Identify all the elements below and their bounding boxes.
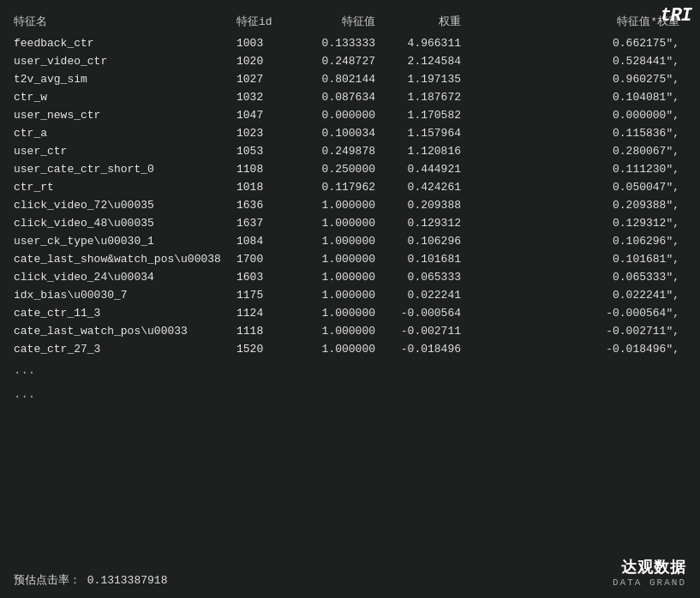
cell-id: 1108 [236,160,288,178]
cell-val: 0.000000 [288,106,382,124]
prediction-section: 预估点击率： 0.1313387918 [14,572,167,588]
cell-val: 0.117962 [288,178,382,196]
cell-weight: 1.170582 [382,106,468,124]
cell-val: 0.248727 [288,52,382,70]
col-header-val: 特征值 [288,10,382,34]
cell-val: 1.000000 [288,214,382,232]
cell-val: 1.000000 [288,196,382,214]
cell-id: 1124 [236,304,288,322]
table-row: cate_last_watch_pos\u00033 1118 1.000000… [14,322,686,340]
dots-cell: ... [14,358,686,382]
cell-name: cate_last_show&watch_pos\u00038 [14,250,236,268]
cell-id: 1053 [236,142,288,160]
table-row: click_video_72\u00035 1636 1.000000 0.20… [14,196,686,214]
cell-product: 0.528441", [468,52,686,70]
cell-name: user_video_ctr [14,52,236,70]
cell-val: 1.000000 [288,232,382,250]
cell-product: 0.209388", [468,196,686,214]
feature-table: 特征名 特征id 特征值 权重 特征值*权重 feedback_ctr 1003… [14,10,686,406]
cell-name: t2v_avg_sim [14,70,236,88]
cell-product: 0.960275", [468,70,686,88]
table-row: ctr_w 1032 0.087634 1.187672 0.104081", [14,88,686,106]
dots-cell: ... [14,382,686,406]
table-row: cate_ctr_27_3 1520 1.000000 -0.018496 -0… [14,340,686,358]
cell-val: 1.000000 [288,340,382,358]
cell-id: 1175 [236,286,288,304]
cell-name: user_news_ctr [14,106,236,124]
cell-name: ctr_rt [14,178,236,196]
cell-val: 1.000000 [288,322,382,340]
dots-row: ... [14,358,686,382]
cell-val: 1.000000 [288,304,382,322]
cell-name: click_video_48\u00035 [14,214,236,232]
cell-id: 1027 [236,70,288,88]
cell-id: 1047 [236,106,288,124]
cell-weight: 1.120816 [382,142,468,160]
cell-id: 1003 [236,34,288,52]
cell-val: 1.000000 [288,268,382,286]
cell-weight: 0.129312 [382,214,468,232]
cell-weight: -0.018496 [382,340,468,358]
table-row: t2v_avg_sim 1027 0.802144 1.197135 0.960… [14,70,686,88]
cell-id: 1700 [236,250,288,268]
table-row: ctr_a 1023 0.100034 1.157964 0.115836", [14,124,686,142]
cell-id: 1118 [236,322,288,340]
table-row: click_video_48\u00035 1637 1.000000 0.12… [14,214,686,232]
cell-val: 0.250000 [288,160,382,178]
cell-weight: 0.106296 [382,232,468,250]
brand-sub: DATA GRAND [613,577,686,588]
cell-name: user_ctr [14,142,236,160]
cell-weight: 0.209388 [382,196,468,214]
cell-weight: 1.187672 [382,88,468,106]
cell-product: -0.002711", [468,322,686,340]
prediction-value: 0.1313387918 [87,574,168,587]
cell-product: 0.065333", [468,268,686,286]
cell-val: 0.100034 [288,124,382,142]
cell-name: idx_bias\u00030_7 [14,286,236,304]
cell-val: 0.133333 [288,34,382,52]
cell-product: 0.104081", [468,88,686,106]
prediction-label: 预估点击率： [14,574,81,587]
cell-name: feedback_ctr [14,34,236,52]
cell-product: 0.106296", [468,232,686,250]
cell-id: 1032 [236,88,288,106]
cell-id: 1023 [236,124,288,142]
cell-weight: 1.197135 [382,70,468,88]
cell-id: 1637 [236,214,288,232]
table-row: cate_ctr_11_3 1124 1.000000 -0.000564 -0… [14,304,686,322]
cell-name: cate_ctr_11_3 [14,304,236,322]
cell-weight: 0.424261 [382,178,468,196]
table-row: user_cate_ctr_short_0 1108 0.250000 0.44… [14,160,686,178]
cell-id: 1018 [236,178,288,196]
table-row: user_ck_type\u00030_1 1084 1.000000 0.10… [14,232,686,250]
table-row: idx_bias\u00030_7 1175 1.000000 0.022241… [14,286,686,304]
cell-name: user_ck_type\u00030_1 [14,232,236,250]
dots-row: ... [14,382,686,406]
table-row: cate_last_show&watch_pos\u00038 1700 1.0… [14,250,686,268]
cell-product: 0.280067", [468,142,686,160]
table-row: click_video_24\u00034 1603 1.000000 0.06… [14,268,686,286]
cell-weight: 2.124584 [382,52,468,70]
cell-product: 0.662175", [468,34,686,52]
cell-product: 0.115836", [468,124,686,142]
data-table-container: 特征名 特征id 特征值 权重 特征值*权重 feedback_ctr 1003… [0,0,700,406]
table-row: user_ctr 1053 0.249878 1.120816 0.280067… [14,142,686,160]
cell-name: user_cate_ctr_short_0 [14,160,236,178]
table-row: ctr_rt 1018 0.117962 0.424261 0.050047", [14,178,686,196]
cell-product: 0.050047", [468,178,686,196]
brand-name: 达观数据 [613,557,686,577]
cell-weight: 0.022241 [382,286,468,304]
cell-product: 0.101681", [468,250,686,268]
table-header-row: 特征名 特征id 特征值 权重 特征值*权重 [14,10,686,34]
cell-product: -0.018496", [468,340,686,358]
cell-weight: 4.966311 [382,34,468,52]
cell-id: 1020 [236,52,288,70]
cell-id: 1636 [236,196,288,214]
cell-weight: 0.444921 [382,160,468,178]
cell-id: 1603 [236,268,288,286]
cell-val: 1.000000 [288,286,382,304]
cell-product: -0.000564", [468,304,686,322]
col-header-name: 特征名 [14,10,236,34]
table-row: feedback_ctr 1003 0.133333 4.966311 0.66… [14,34,686,52]
cell-product: 0.111230", [468,160,686,178]
